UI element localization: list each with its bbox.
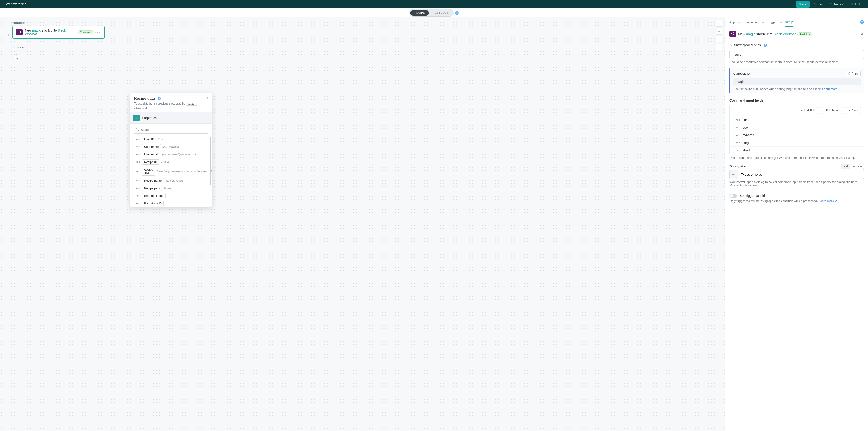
- copy-callback-button[interactable]: Copy: [846, 71, 861, 76]
- datapill[interactable]: User ID: [142, 136, 156, 142]
- recipe-title: My new recipe: [5, 2, 26, 6]
- input-field-row[interactable]: ABCshort: [730, 147, 864, 154]
- input-field-name: dynamic: [743, 133, 754, 137]
- toggle-text[interactable]: Text: [841, 164, 850, 169]
- datapill-search-input[interactable]: [134, 126, 208, 134]
- datapill[interactable]: Recipe ID: [142, 159, 159, 165]
- fit-icon: [717, 45, 721, 48]
- recipe-data-panel: ⇕ Recipe data ? To use data from a previ…: [130, 93, 212, 206]
- datapill[interactable]: User name: [142, 144, 161, 150]
- refresh-icon: [830, 3, 833, 5]
- properties-group[interactable]: Properties: [130, 112, 212, 124]
- toggle-formula[interactable]: Formula: [850, 164, 864, 169]
- trigger-node[interactable]: New magic shortcut to Slack Workbot Real…: [12, 26, 105, 39]
- close-panel-button[interactable]: ✕: [860, 31, 864, 36]
- chevron-down-icon: [206, 117, 209, 119]
- dialog-title-help: Workbot will open a dialog to collect co…: [730, 180, 864, 187]
- crumb-setup[interactable]: Setup: [785, 20, 793, 27]
- clear-fields-button[interactable]: ✕ Clear: [846, 107, 861, 114]
- shortcut-name-help: Should be descriptive of what the shortc…: [730, 60, 864, 64]
- pencil-icon: [823, 109, 825, 112]
- recipe-view-tabs: RECIPE TEST JOBS: [409, 9, 453, 16]
- datapill[interactable]: Recipe name: [142, 178, 164, 183]
- trigger-node-title: New magic shortcut to Slack Workbot: [25, 29, 75, 36]
- datapill-row: ABCRecipe URLhttps://app.preview.workato…: [134, 166, 208, 177]
- input-field-row[interactable]: ABCuser: [730, 124, 864, 131]
- input-field-name: user: [743, 126, 749, 129]
- callback-id-value: magic: [734, 78, 861, 86]
- exit-button[interactable]: Exit: [849, 1, 863, 7]
- show-optional-fields[interactable]: Show optional fields ?: [725, 41, 868, 49]
- close-icon: [851, 3, 854, 5]
- crumb-trigger[interactable]: Trigger: [767, 21, 776, 24]
- input-field-row[interactable]: ABCtitle: [730, 116, 864, 124]
- string-type-icon: ABC: [736, 142, 740, 144]
- edit-schema-button[interactable]: Edit Schema: [820, 107, 844, 114]
- learn-more-link[interactable]: Learn more ↗: [819, 199, 837, 203]
- help-icon[interactable]: ?: [860, 20, 864, 24]
- actions-section-label: ACTIONS: [12, 46, 105, 49]
- fit-button[interactable]: [716, 44, 722, 50]
- svg-point-14: [731, 45, 732, 45]
- node-menu-button[interactable]: •••: [95, 30, 101, 35]
- dialog-title-label: Dialog title: [730, 164, 746, 168]
- svg-point-2: [719, 47, 719, 47]
- slack-workbot-icon: [730, 31, 736, 37]
- test-button[interactable]: Test: [811, 1, 826, 7]
- zoom-in-button[interactable]: ＋: [716, 28, 722, 35]
- eye-icon: [730, 43, 733, 47]
- tab-test-jobs[interactable]: TEST JOBS: [429, 10, 453, 15]
- input-field-row[interactable]: ABClong: [730, 139, 864, 147]
- trigger-condition-help: Only trigger events matching specified c…: [730, 199, 819, 203]
- text-formula-toggle[interactable]: Text Formula: [841, 164, 864, 169]
- text-type-icon: ABC: [730, 170, 739, 179]
- string-type-icon: ABC: [736, 150, 740, 152]
- panel-title: New magic shortcut to Slack Workbot Real…: [738, 32, 858, 36]
- datapill-row: ABCUser ID2555: [134, 135, 208, 143]
- command-input-fields-help: Define command input fields and get Work…: [730, 156, 864, 160]
- save-button[interactable]: Save: [796, 1, 810, 8]
- crumb-app[interactable]: App: [730, 21, 735, 24]
- datapill-example: Home: [164, 187, 171, 190]
- dialog-title-input[interactable]: [739, 170, 864, 179]
- scrollbar-thumb[interactable]: [210, 136, 211, 185]
- string-type-icon: ABC: [736, 134, 740, 136]
- undo-button[interactable]: [716, 20, 722, 27]
- datapill-example: jan.donyada@workato.com: [162, 153, 196, 156]
- zoom-out-button[interactable]: －: [716, 36, 722, 42]
- help-icon[interactable]: ?: [455, 11, 459, 15]
- datapill[interactable]: User email: [142, 152, 160, 157]
- search-icon: [136, 128, 139, 131]
- string-type-icon: ABC: [135, 153, 140, 156]
- svg-rect-12: [733, 34, 734, 35]
- shortcut-name-input[interactable]: [730, 50, 864, 59]
- step-number: 1: [7, 33, 9, 37]
- slack-workbot-icon: [16, 29, 23, 35]
- trigger-condition-toggle[interactable]: [730, 194, 737, 198]
- expand-icon[interactable]: ⇕: [206, 96, 209, 100]
- recipe-data-subtitle: To use data from a previous step, drag i…: [134, 102, 185, 105]
- crumb-connection[interactable]: Connection: [743, 21, 758, 24]
- datapill[interactable]: Recipe path: [142, 186, 162, 191]
- callback-id-callout: Callback ID Copy magic Use the callback …: [730, 68, 864, 94]
- tab-recipe[interactable]: RECIPE: [410, 10, 429, 15]
- datapill[interactable]: Repeated job?: [142, 193, 166, 198]
- refresh-button[interactable]: Refresh: [828, 1, 847, 7]
- copy-icon: [848, 72, 851, 75]
- help-icon[interactable]: ?: [158, 97, 161, 100]
- svg-point-8: [136, 128, 138, 130]
- recipe-canvas[interactable]: ＋ － TRIGGER 1 New magic shortcut to Slac…: [0, 18, 725, 431]
- help-icon[interactable]: ?: [764, 43, 767, 47]
- input-field-row[interactable]: ABCdynamic: [730, 131, 864, 139]
- datapill[interactable]: Recipe URL: [142, 167, 155, 176]
- string-type-icon: ABC: [135, 161, 140, 163]
- string-type-icon: ABC: [135, 146, 140, 148]
- add-field-button[interactable]: ＋ Add Field: [798, 107, 818, 114]
- datapill-example: 40324: [161, 161, 169, 164]
- learn-more-link[interactable]: Learn more: [822, 87, 837, 91]
- string-type-icon: ABC: [135, 187, 140, 189]
- svg-point-7: [20, 31, 21, 32]
- callback-id-label: Callback ID: [734, 72, 749, 75]
- datapill[interactable]: Parent job ID: [142, 201, 164, 206]
- add-step-button[interactable]: ＋: [14, 56, 20, 62]
